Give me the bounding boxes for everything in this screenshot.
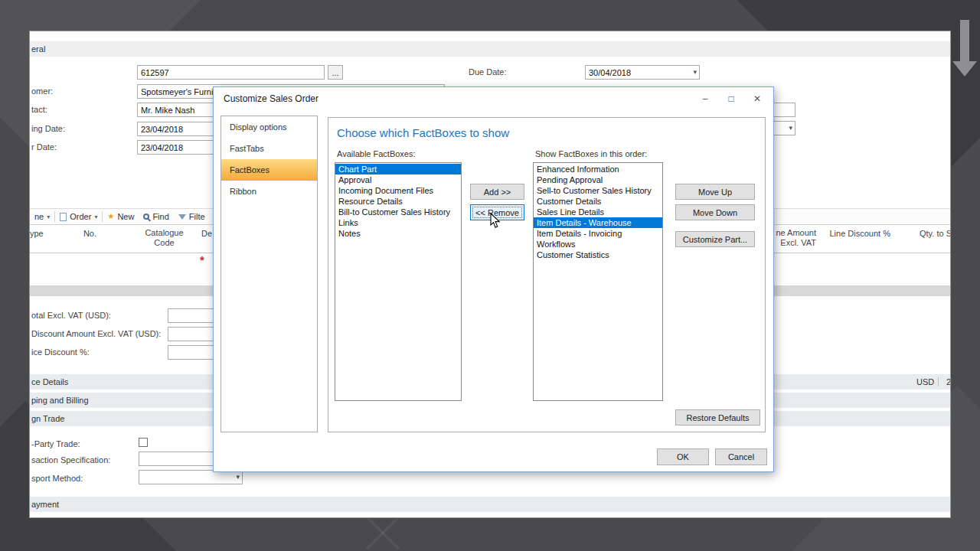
list-item[interactable]: Resource Details bbox=[335, 196, 461, 207]
customize-sales-order-dialog: Customize Sales Order – □ ✕ Display opti… bbox=[213, 86, 774, 472]
chevron-down-icon[interactable]: ▾ bbox=[789, 124, 792, 132]
col-qty-header[interactable]: Qty. to S bbox=[920, 229, 951, 239]
close-button[interactable]: ✕ bbox=[744, 87, 770, 110]
shown-factboxes-list: Enhanced Information Pending Approval Se… bbox=[533, 162, 663, 401]
posting-date-label: ing Date: bbox=[31, 124, 65, 133]
party-trade-checkbox[interactable] bbox=[139, 438, 148, 447]
list-item[interactable]: Item Details - Warehouse bbox=[534, 217, 662, 228]
panel-heading: Choose which FactBoxes to show bbox=[337, 126, 509, 139]
cancel-button[interactable]: Cancel bbox=[715, 448, 767, 465]
list-item[interactable]: Notes bbox=[335, 228, 461, 239]
col-type-header[interactable]: ype bbox=[30, 229, 44, 239]
col-no-header[interactable]: No. bbox=[72, 229, 96, 239]
available-factboxes-list: Chart Part Approval Incoming Document Fi… bbox=[335, 162, 462, 401]
list-item[interactable]: Customer Statistics bbox=[534, 249, 662, 260]
due-date-label: Due Date: bbox=[469, 67, 507, 77]
maximize-button[interactable]: □ bbox=[718, 87, 744, 110]
list-item[interactable]: Customer Details bbox=[534, 196, 662, 207]
dialog-sidebar: Display options FastTabs FactBoxes Ribbo… bbox=[220, 116, 318, 432]
order-menu[interactable]: Order ▾ bbox=[55, 209, 102, 224]
sidebar-item-factboxes[interactable]: FactBoxes bbox=[221, 159, 317, 181]
order-no-lookup-button[interactable]: ... bbox=[328, 65, 343, 80]
list-item[interactable]: Chart Part bbox=[335, 164, 461, 174]
chevron-down-icon: ▾ bbox=[94, 214, 97, 220]
due-date-field[interactable]: 30/04/2018 ▾ bbox=[585, 65, 700, 80]
restore-defaults-button[interactable]: Restore Defaults bbox=[675, 409, 760, 425]
list-item[interactable]: Approval bbox=[335, 174, 461, 185]
required-field-marker: * bbox=[200, 253, 204, 266]
customize-part-button[interactable]: Customize Part... bbox=[675, 231, 755, 247]
add-button[interactable]: Add >> bbox=[470, 184, 524, 200]
document-icon bbox=[60, 213, 67, 221]
list-item[interactable]: Bill-to Customer Sales History bbox=[335, 207, 461, 217]
list-item[interactable]: Enhanced Information bbox=[534, 164, 662, 174]
list-item[interactable]: Sales Line Details bbox=[534, 207, 662, 217]
filter-button[interactable]: Filte bbox=[174, 209, 210, 224]
list-item[interactable]: Sell-to Customer Sales History bbox=[534, 185, 662, 196]
total-excl-vat-label: otal Excl. VAT (USD): bbox=[31, 311, 111, 320]
filter-icon bbox=[178, 214, 186, 220]
fasttab-payment[interactable]: ayment bbox=[30, 497, 951, 512]
show-factboxes-label: Show FactBoxes in this order: bbox=[535, 149, 647, 158]
discount-amount-label: Discount Amount Excl. VAT (USD): bbox=[31, 329, 161, 338]
order-date-label: r Date: bbox=[31, 142, 57, 152]
col-line-discount-header[interactable]: Line Discount % bbox=[826, 229, 890, 239]
list-item[interactable]: Workflows bbox=[534, 239, 662, 249]
find-button[interactable]: Find bbox=[139, 209, 173, 224]
summary-partial-value: 23 bbox=[938, 377, 951, 386]
chevron-down-icon[interactable]: ▾ bbox=[693, 68, 697, 76]
sidebar-item-ribbon[interactable]: Ribbon bbox=[221, 181, 317, 202]
mouse-cursor bbox=[490, 213, 501, 229]
sidebar-item-fasttabs[interactable]: FastTabs bbox=[221, 138, 317, 159]
sidebar-item-display-options[interactable]: Display options bbox=[221, 116, 317, 138]
invoice-discount-label: ice Discount %: bbox=[31, 347, 90, 357]
summary-currency: USD bbox=[916, 377, 934, 386]
available-factboxes-label: Available FactBoxes: bbox=[337, 149, 416, 158]
dialog-titlebar[interactable]: Customize Sales Order – □ ✕ bbox=[214, 87, 773, 110]
contact-label: tact: bbox=[31, 105, 47, 114]
backdrop-stripe bbox=[366, 516, 400, 550]
minimize-button[interactable]: – bbox=[692, 87, 718, 110]
transport-method-label: sport Method: bbox=[31, 474, 83, 483]
customer-label: omer: bbox=[31, 86, 53, 96]
down-arrow-icon bbox=[952, 20, 977, 77]
col-description-header[interactable]: De bbox=[201, 229, 212, 239]
order-no-field[interactable]: 612597 bbox=[137, 65, 325, 80]
list-item[interactable]: Incoming Document Files bbox=[335, 185, 461, 196]
backdrop-stripe bbox=[366, 516, 400, 550]
fasttab-general-label: eral bbox=[31, 44, 45, 54]
ok-button[interactable]: OK bbox=[657, 448, 709, 465]
line-menu[interactable]: ne ▾ bbox=[30, 209, 54, 224]
window-controls: – □ ✕ bbox=[692, 87, 770, 110]
search-icon bbox=[143, 214, 149, 220]
factboxes-panel: Choose which FactBoxes to show Available… bbox=[328, 117, 766, 432]
list-item[interactable]: Pending Approval bbox=[534, 174, 662, 185]
fasttab-general[interactable]: eral bbox=[30, 41, 951, 57]
new-line-button[interactable]: ★ New bbox=[103, 209, 139, 224]
new-icon: ★ bbox=[107, 213, 114, 220]
party-trade-label: -Party Trade: bbox=[31, 439, 80, 448]
chevron-down-icon[interactable]: ▾ bbox=[236, 473, 240, 481]
move-down-button[interactable]: Move Down bbox=[675, 204, 755, 220]
chevron-down-icon: ▾ bbox=[47, 214, 50, 220]
col-catalogue-header[interactable]: Catalogue Code bbox=[136, 228, 193, 248]
move-up-button[interactable]: Move Up bbox=[675, 184, 755, 200]
list-item[interactable]: Item Details - Invoicing bbox=[534, 228, 662, 239]
list-item[interactable]: Links bbox=[335, 217, 461, 228]
dialog-title: Customize Sales Order bbox=[224, 93, 318, 104]
transaction-spec-label: saction Specification: bbox=[31, 455, 110, 465]
